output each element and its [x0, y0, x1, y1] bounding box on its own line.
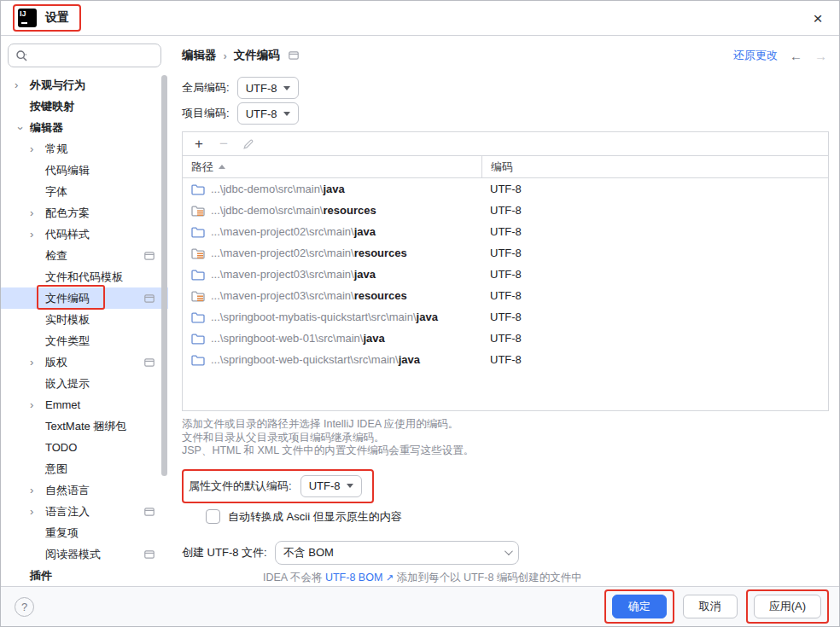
sidebar-item[interactable]: 嵌入提示	[1, 373, 168, 394]
dialog-title: 设置	[45, 10, 69, 26]
folder-icon	[191, 269, 205, 281]
chevron-right-icon[interactable]: ›	[30, 505, 45, 518]
chevron-down-icon[interactable]: ›	[15, 123, 27, 135]
properties-encoding-dropdown[interactable]: UTF-8	[300, 475, 363, 497]
transparent-ascii-checkbox[interactable]	[206, 509, 220, 524]
close-icon[interactable]: ×	[807, 8, 829, 30]
chevron-right-icon[interactable]: ›	[30, 142, 45, 155]
sidebar-item[interactable]: ›配色方案	[1, 202, 168, 224]
sort-ascending-icon	[219, 165, 225, 169]
breadcrumb: 编辑器 › 文件编码 还原更改 ← →	[182, 42, 827, 69]
settings-dialog: IJ 设置 × ›外观与行为按键映射›编辑器›常规代码编辑字体›配色方案›代码样…	[0, 0, 840, 627]
sidebar-item[interactable]: ›外观与行为	[1, 74, 168, 96]
table-row[interactable]: ...\springboot-mybatis-quickstart\src\ma…	[183, 306, 828, 328]
sidebar-item[interactable]: 检查	[1, 245, 168, 266]
cancel-button[interactable]: 取消	[683, 595, 738, 618]
revert-changes-link[interactable]: 还原更改	[733, 48, 778, 63]
remove-button[interactable]: −	[214, 135, 233, 154]
sidebar-item[interactable]: ›常规	[1, 138, 168, 160]
annotation-box-ok: 确定	[604, 589, 674, 624]
sidebar-item[interactable]: 意图	[1, 458, 168, 479]
project-encoding-dropdown[interactable]: UTF-8	[237, 102, 300, 125]
properties-encoding-value: UTF-8	[309, 479, 341, 492]
chevron-down-icon	[283, 86, 290, 90]
help-icon[interactable]: ?	[15, 597, 34, 617]
chevron-right-icon[interactable]: ›	[15, 78, 30, 91]
back-arrow-icon[interactable]: ←	[790, 49, 802, 63]
properties-encoding-label: 属性文件的默认编码:	[189, 479, 292, 494]
create-utf8-label: 创建 UTF-8 文件:	[182, 545, 267, 560]
chevron-right-icon[interactable]: ›	[30, 484, 45, 496]
title-bar: IJ 设置 ×	[1, 1, 839, 36]
sidebar-item[interactable]: ›版权	[1, 351, 168, 373]
sidebar-item-label: 外观与行为	[30, 78, 85, 93]
sidebar-item-label: 重复项	[45, 525, 79, 541]
resources-folder-icon	[191, 247, 205, 259]
sidebar-item[interactable]: 字体	[1, 181, 168, 202]
sidebar-item[interactable]: 阅读器模式	[1, 543, 168, 565]
chevron-right-icon[interactable]: ›	[30, 398, 45, 411]
help-text: 添加文件或目录的路径并选择 IntelliJ IDEA 应使用的编码。 文件和目…	[182, 418, 827, 458]
global-encoding-dropdown[interactable]: UTF-8	[237, 77, 300, 99]
sidebar-item[interactable]: 插件	[1, 565, 168, 586]
search-box[interactable]	[8, 44, 161, 67]
sidebar-item-label: Emmet	[45, 398, 80, 411]
global-encoding-row: 全局编码: UTF-8	[182, 77, 827, 99]
chevron-right-icon[interactable]: ›	[30, 206, 45, 219]
table-row[interactable]: ...\maven-project02\src\main\javaUTF-8	[183, 221, 828, 242]
utf8-bom-link[interactable]: UTF-8 BOM	[325, 572, 382, 583]
table-row[interactable]: ...\jdbc-demo\src\main\javaUTF-8	[183, 178, 828, 200]
sidebar-item[interactable]: 文件类型	[1, 330, 168, 351]
apply-button[interactable]: 应用(A)	[754, 595, 821, 618]
sidebar-item[interactable]: 重复项	[1, 522, 168, 543]
ok-button[interactable]: 确定	[612, 595, 667, 618]
folder-icon	[191, 354, 205, 366]
column-header-path[interactable]: 路径	[183, 160, 481, 175]
sidebar-item[interactable]: ›自然语言	[1, 479, 168, 501]
edit-pencil-icon[interactable]	[239, 135, 258, 154]
path-text: ...\maven-project03\src\main\java	[211, 268, 376, 281]
forward-arrow-icon[interactable]: →	[814, 49, 827, 63]
breadcrumb-editor[interactable]: 编辑器	[182, 48, 217, 63]
sidebar-item[interactable]: ›语言注入	[1, 501, 168, 522]
sidebar-item[interactable]: TextMate 捆绑包	[1, 415, 168, 437]
project-settings-icon	[144, 358, 155, 367]
chevron-right-icon[interactable]: ›	[30, 228, 45, 241]
sidebar-item-label: 自然语言	[45, 483, 90, 498]
sidebar-item[interactable]: 按键映射	[1, 96, 168, 117]
sidebar-item[interactable]: ›Emmet	[1, 394, 168, 415]
path-cell: ...\jdbc-demo\src\main\resources	[183, 204, 481, 217]
sidebar-item[interactable]: ›代码样式	[1, 224, 168, 245]
encoding-cell: UTF-8	[481, 221, 828, 242]
create-utf8-value: 不含 BOM	[283, 545, 334, 560]
project-encoding-row: 项目编码: UTF-8	[182, 102, 827, 125]
sidebar-item-label: 实时模板	[45, 312, 90, 328]
add-button[interactable]: +	[190, 135, 208, 154]
path-cell: ...\springboot-web-01\src\main\java	[183, 332, 481, 345]
table-row[interactable]: ...\springboot-web-01\src\main\javaUTF-8	[183, 328, 828, 349]
table-row[interactable]: ...\springboot-web-quickstart\src\main\j…	[183, 349, 828, 370]
project-settings-icon	[289, 51, 299, 60]
path-text: ...\springboot-web-01\src\main\java	[211, 332, 385, 345]
sidebar-item[interactable]: TODO	[1, 437, 168, 458]
table-row[interactable]: ...\jdbc-demo\src\main\resourcesUTF-8	[183, 200, 828, 221]
sidebar-item-label: 语言注入	[45, 504, 90, 520]
table-row[interactable]: ...\maven-project03\src\main\javaUTF-8	[183, 264, 828, 285]
path-text: ...\springboot-mybatis-quickstart\src\ma…	[211, 311, 438, 323]
sidebar-item[interactable]: 文件和代码模板	[1, 266, 168, 287]
sidebar-scrollbar[interactable]	[161, 75, 167, 476]
create-utf8-dropdown[interactable]: 不含 BOM	[275, 541, 519, 565]
intellij-logo-icon: IJ	[18, 9, 37, 27]
chevron-right-icon[interactable]: ›	[30, 356, 45, 369]
sidebar-item-file-encodings[interactable]: 文件编码	[1, 287, 168, 309]
search-input[interactable]	[28, 49, 154, 62]
table-row[interactable]: ...\maven-project03\src\main\resourcesUT…	[183, 285, 828, 306]
column-header-encoding[interactable]: 编码	[481, 156, 828, 177]
sidebar-item[interactable]: 代码编辑	[1, 160, 168, 181]
annotation-box-title: IJ 设置	[13, 4, 81, 32]
sidebar-item[interactable]: ›编辑器	[1, 117, 168, 138]
sidebar-item[interactable]: 实时模板	[1, 309, 168, 330]
settings-main-panel: 编辑器 › 文件编码 还原更改 ← → 全局编码: UTF-8	[168, 36, 839, 586]
sidebar-item-label: 代码样式	[45, 227, 90, 242]
table-row[interactable]: ...\maven-project02\src\main\resourcesUT…	[183, 242, 828, 264]
